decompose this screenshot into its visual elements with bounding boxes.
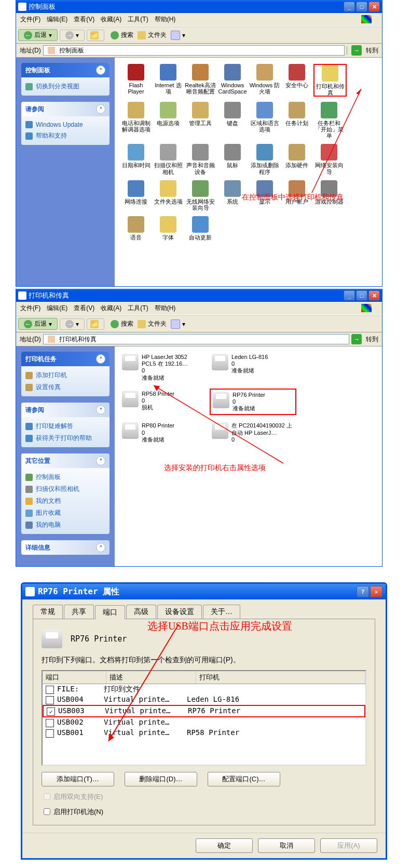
menu-item[interactable]: 工具(T)	[128, 304, 148, 312]
printer-item[interactable]: HP LaserJet 3052 PCL5 在 192.16…0准备就绪	[120, 352, 204, 383]
control-panel-item[interactable]: Flash Player	[120, 64, 152, 97]
expand-icon[interactable]: ˅	[96, 543, 105, 552]
control-panel-item[interactable]: 添加或删除程序	[249, 144, 280, 175]
collapse-icon[interactable]: ˄	[96, 104, 105, 114]
control-panel-item[interactable]: 键盘	[217, 102, 248, 139]
menu-item[interactable]: 帮助(H)	[155, 304, 176, 312]
close-button[interactable]: ✕	[368, 2, 380, 12]
menu-item[interactable]: 查看(V)	[74, 304, 94, 312]
titlebar[interactable]: ⚙ 控制面板 _ □ ✕	[16, 1, 382, 13]
sidebar-link[interactable]: 扫描仪和照相机	[25, 483, 105, 495]
port-checkbox[interactable]	[46, 696, 54, 704]
control-panel-item[interactable]: 网络连接	[120, 180, 152, 211]
panel-header[interactable]: 请参阅˄	[21, 403, 110, 417]
collapse-icon[interactable]: ˄	[96, 354, 105, 364]
control-panel-item[interactable]: 电源选项	[153, 102, 184, 139]
sidebar-link[interactable]: 设置传真	[25, 381, 105, 393]
control-panel-item[interactable]: 安全中心	[281, 64, 312, 97]
menu-item[interactable]: 收藏(A)	[101, 16, 121, 23]
port-row[interactable]: ✓USB003Virtual printe…RP76 Printer	[43, 705, 365, 717]
port-checkbox[interactable]	[46, 719, 54, 727]
menu-item[interactable]: 编辑(E)	[47, 16, 67, 23]
ok-button[interactable]: 确定	[196, 838, 253, 853]
control-panel-item[interactable]: 自动更新	[185, 216, 216, 241]
configure-port-button[interactable]: 配置端口(C)…	[208, 772, 280, 786]
port-row[interactable]: USB004Virtual printe…Leden LG-816	[43, 695, 365, 705]
collapse-icon[interactable]: ˄	[96, 405, 105, 415]
sidebar-link[interactable]: 切换到分类视图	[25, 81, 105, 92]
printer-pool-checkbox[interactable]	[44, 808, 50, 815]
control-panel-item[interactable]: 语音	[120, 216, 152, 241]
go-label[interactable]: 转到	[366, 335, 378, 344]
cancel-button[interactable]: 取消	[258, 838, 315, 853]
printer-item[interactable]: RP76 Printer0准备就绪	[210, 389, 296, 416]
menu-item[interactable]: 文件(F)	[20, 304, 40, 312]
up-button[interactable]: 📁	[87, 318, 104, 330]
control-panel-item[interactable]: 字体	[153, 216, 184, 241]
port-checkbox[interactable]: ✓	[47, 707, 55, 716]
printer-item[interactable]: Leden LG-8160准备就绪	[210, 352, 294, 383]
go-label[interactable]: 转到	[366, 46, 378, 55]
menu-item[interactable]: 文件(F)	[20, 16, 40, 23]
back-button[interactable]: ←后退▾	[18, 29, 58, 41]
tab-共享[interactable]: 共享	[64, 605, 94, 619]
collapse-icon[interactable]: ˄	[96, 456, 105, 465]
control-panel-item[interactable]: 声音和音频设备	[185, 144, 216, 175]
col-desc[interactable]: 描述	[106, 671, 196, 684]
menu-item[interactable]: 帮助(H)	[155, 16, 176, 23]
collapse-icon[interactable]: ˄	[96, 65, 105, 75]
printer-item[interactable]: RP80 Printer0准备就绪	[120, 420, 204, 445]
views-button[interactable]: ▾	[171, 319, 185, 329]
go-button[interactable]: →	[351, 45, 362, 56]
port-row[interactable]: USB002Virtual printe…	[43, 717, 365, 728]
control-panel-item[interactable]: Windows CardSpace	[217, 64, 248, 97]
sidebar-link[interactable]: 我的电脑	[25, 519, 105, 531]
menu-item[interactable]: 收藏(A)	[101, 304, 121, 312]
control-panel-item[interactable]: 文件夹选项	[153, 180, 184, 211]
menu-item[interactable]: 编辑(E)	[47, 304, 67, 312]
search-button[interactable]: 搜索	[111, 31, 133, 39]
search-button[interactable]: 搜索	[111, 319, 133, 328]
minimize-button[interactable]: _	[344, 290, 355, 301]
apply-button[interactable]: 应用(A)	[320, 838, 377, 853]
control-panel-item[interactable]: 添加硬件	[281, 144, 312, 175]
control-panel-item[interactable]: 管理工具	[185, 102, 216, 139]
sidebar-link[interactable]: Windows Update	[25, 119, 105, 130]
sidebar-link[interactable]: 控制面板	[25, 471, 105, 483]
tab-高级[interactable]: 高级	[126, 605, 156, 619]
control-panel-item[interactable]: 鼠标	[217, 144, 248, 175]
minimize-button[interactable]: _	[344, 2, 355, 12]
forward-button[interactable]: →▾	[60, 30, 85, 41]
tab-端口[interactable]: 端口	[95, 605, 125, 619]
tab-设备设置[interactable]: 设备设置	[157, 605, 202, 619]
panel-header[interactable]: 其它位置˄	[21, 453, 110, 468]
panel-header[interactable]: 控制面板˄	[21, 63, 110, 77]
col-port[interactable]: 端口	[43, 671, 106, 684]
sidebar-link[interactable]: 获得关于打印的帮助	[25, 432, 105, 444]
control-panel-item[interactable]: Internet 选项	[153, 64, 184, 97]
address-field[interactable]: 打印机和传真	[43, 334, 349, 344]
menu-item[interactable]: 工具(T)	[128, 16, 148, 23]
control-panel-item[interactable]: 电话和调制解调器选项	[120, 102, 152, 139]
maximize-button[interactable]: □	[356, 2, 367, 12]
views-button[interactable]: ▾	[171, 31, 185, 40]
control-panel-item[interactable]: Realtek高清晰音频配置	[185, 64, 216, 97]
panel-header[interactable]: 详细信息˅	[21, 540, 110, 555]
delete-port-button[interactable]: 删除端口(D)…	[125, 772, 197, 786]
sidebar-link[interactable]: 图片收藏	[25, 507, 105, 519]
folders-button[interactable]: 文件夹	[138, 31, 167, 39]
control-panel-item[interactable]: 无线网络安装向导	[185, 180, 216, 211]
sidebar-link[interactable]: 帮助和支持	[25, 130, 105, 142]
port-row[interactable]: FILE:打印到文件	[43, 684, 365, 695]
port-checkbox[interactable]	[46, 686, 54, 694]
maximize-button[interactable]: □	[356, 290, 367, 301]
sidebar-link[interactable]: 打印疑难解答	[25, 420, 105, 432]
control-panel-item[interactable]: 网络安装向导	[313, 144, 345, 175]
tab-关于…[interactable]: 关于…	[203, 605, 240, 619]
go-button[interactable]: →	[351, 334, 362, 344]
address-field[interactable]: 控制面板	[43, 45, 345, 56]
panel-header[interactable]: 打印机任务˄	[21, 352, 110, 366]
control-panel-item[interactable]: 打印机和传真	[313, 64, 347, 97]
dialog-titlebar[interactable]: 🖨 RP76 Printer 属性 ? ✕	[22, 584, 386, 599]
printer-item[interactable]: 在 PC201404190032 上自动 HP LaserJ…0	[210, 420, 294, 445]
